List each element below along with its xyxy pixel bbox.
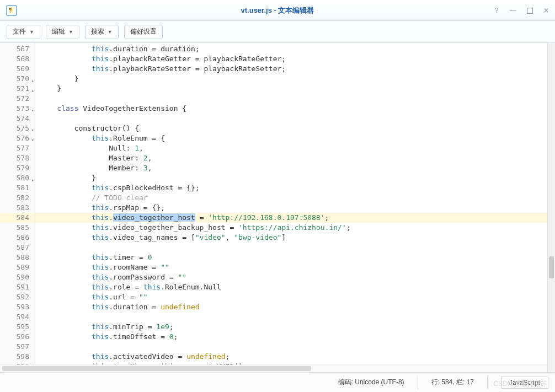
line-number: 580▴: [0, 173, 35, 183]
status-bar: 编码: Unicode (UTF-8) 行: 584, 栏: 17 JavaSc…: [0, 372, 555, 392]
window-controls: ? — ✕: [492, 0, 551, 21]
code-line[interactable]: [35, 114, 555, 123]
chevron-down-icon: ▼: [108, 29, 113, 35]
statusbar-separator: [487, 377, 488, 389]
code-line[interactable]: [35, 94, 555, 104]
svg-rect-3: [9, 9, 10, 10]
search-button[interactable]: 搜索▼: [85, 25, 119, 39]
code-line[interactable]: Master: 2,: [35, 153, 555, 163]
line-number: 583: [0, 203, 35, 213]
code-line[interactable]: this.playbackRateGetter = playbackRateGe…: [35, 54, 555, 64]
line-number: 568: [0, 54, 35, 64]
code-editor[interactable]: 567568569570▴571▴572573▾574575▾576▾57757…: [0, 43, 555, 372]
toolbar: 文件▼ 编辑▼ 搜索▼ 偏好设置: [0, 21, 555, 43]
line-number: 569: [0, 64, 35, 74]
line-number: 592: [0, 292, 35, 302]
code-line[interactable]: this.cspBlockedHost = {};: [35, 183, 555, 193]
chevron-down-icon: ▼: [68, 29, 73, 35]
encoding-status: 编码: Unicode (UTF-8): [338, 378, 404, 387]
fold-toggle-icon[interactable]: ▾: [29, 105, 34, 111]
code-line[interactable]: [35, 342, 555, 352]
code-line[interactable]: // TODO clear: [35, 193, 555, 203]
horizontal-scrollbar[interactable]: [0, 364, 547, 372]
line-number: 586: [0, 233, 35, 243]
code-line[interactable]: this.minTrip = 1e9;: [35, 322, 555, 332]
code-line[interactable]: this.duration = undefined: [35, 302, 555, 312]
line-number: 579: [0, 163, 35, 173]
code-line[interactable]: this.timer = 0: [35, 253, 555, 262]
line-number: 574: [0, 114, 35, 123]
line-number: 581: [0, 183, 35, 193]
maximize-icon[interactable]: [525, 6, 534, 15]
line-number: 584: [0, 213, 35, 223]
vertical-scrollbar[interactable]: [547, 43, 555, 372]
code-line[interactable]: this.video_together_backup_host = 'https…: [35, 223, 555, 233]
line-number: 589: [0, 262, 35, 272]
code-line[interactable]: this.roomName = "": [35, 262, 555, 272]
line-number: 587: [0, 243, 35, 253]
code-line[interactable]: Member: 3,: [35, 163, 555, 173]
svg-rect-2: [9, 8, 10, 9]
help-icon[interactable]: ?: [492, 6, 501, 15]
search-label: 搜索: [91, 27, 104, 36]
line-number: 577: [0, 143, 35, 153]
code-line[interactable]: this.video_tag_names = ["video", "bwp-vi…: [35, 233, 555, 243]
code-line[interactable]: [35, 312, 555, 322]
file-button[interactable]: 文件▼: [7, 25, 40, 39]
preferences-button[interactable]: 偏好设置: [124, 25, 163, 39]
line-number: 595: [0, 322, 35, 332]
code-line[interactable]: this.url = "": [35, 292, 555, 302]
minimize-icon[interactable]: —: [509, 6, 517, 15]
line-number: 590: [0, 272, 35, 282]
code-line[interactable]: this.duration = duration;: [35, 44, 555, 54]
close-icon[interactable]: ✕: [542, 6, 551, 15]
vertical-scrollbar-thumb[interactable]: [549, 256, 554, 278]
svg-rect-4: [527, 8, 532, 13]
code-line[interactable]: Null: 1,: [35, 143, 555, 153]
fold-toggle-icon[interactable]: ▾: [29, 125, 34, 131]
statusbar-separator: [418, 377, 418, 389]
code-line[interactable]: this.activatedVideo = undefined;: [35, 352, 555, 362]
code-line[interactable]: this.timeOffset = 0;: [35, 332, 555, 342]
code-line[interactable]: class VideoTogetherExtension {: [35, 104, 555, 114]
code-line[interactable]: this.roomPassword = "": [35, 272, 555, 282]
line-number: 591: [0, 282, 35, 292]
line-number: 575▾: [0, 123, 35, 133]
code-area[interactable]: this.duration = duration; this.playbackR…: [35, 43, 555, 372]
code-line[interactable]: this.rspMap = {};: [35, 203, 555, 213]
line-number-gutter: 567568569570▴571▴572573▾574575▾576▾57757…: [0, 43, 35, 372]
edit-button[interactable]: 编辑▼: [46, 25, 79, 39]
chevron-down-icon: ▼: [29, 29, 34, 35]
line-number: 578: [0, 153, 35, 163]
code-line[interactable]: this.role = this.RoleEnum.Null: [35, 282, 555, 292]
code-line[interactable]: this.playbackRateSetter = playbackRateSe…: [35, 64, 555, 74]
fold-toggle-icon[interactable]: ▴: [29, 85, 34, 91]
preferences-label: 偏好设置: [130, 27, 157, 36]
cursor-position-status: 行: 584, 栏: 17: [431, 378, 474, 387]
fold-toggle-icon[interactable]: ▴: [29, 76, 34, 81]
code-line[interactable]: [35, 243, 555, 253]
language-selector[interactable]: JavaScript: [501, 377, 548, 389]
line-number: 594: [0, 312, 35, 322]
edit-label: 编辑: [52, 27, 65, 36]
line-number: 597: [0, 342, 35, 352]
line-number: 585: [0, 223, 35, 233]
code-line[interactable]: }: [35, 84, 555, 94]
horizontal-scrollbar-thumb[interactable]: [2, 366, 311, 371]
fold-toggle-icon[interactable]: ▴: [29, 175, 34, 180]
line-number: 572: [0, 94, 35, 104]
title-bar: vt.user.js - 文本编辑器 ? — ✕: [0, 0, 555, 21]
code-line[interactable]: this.video_together_host = 'http://192.1…: [35, 213, 555, 223]
line-number: 598: [0, 352, 35, 362]
window-title: vt.user.js - 文本编辑器: [0, 6, 555, 15]
line-number: 571▴: [0, 84, 35, 94]
line-number: 573▾: [0, 104, 35, 114]
language-label: JavaScript: [509, 379, 540, 386]
code-line[interactable]: constructor() {: [35, 123, 555, 133]
fold-toggle-icon[interactable]: ▾: [29, 135, 34, 141]
file-label: 文件: [13, 27, 26, 36]
code-line[interactable]: }: [35, 74, 555, 84]
code-line[interactable]: this.RoleEnum = {: [35, 133, 555, 143]
code-line[interactable]: }: [35, 173, 555, 183]
line-number: 567: [0, 44, 35, 54]
